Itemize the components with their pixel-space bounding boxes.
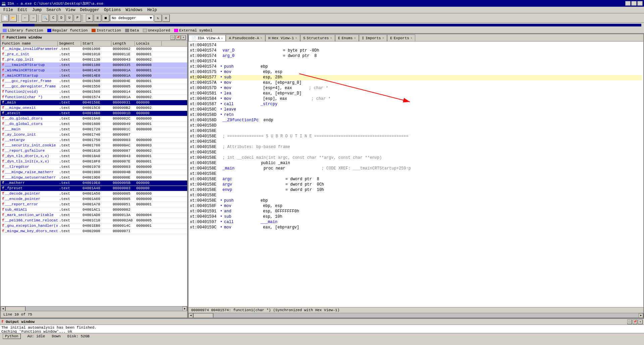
menu-help[interactable]: Help [145, 7, 159, 13]
run-button[interactable]: ▶ [86, 14, 93, 22]
data-button[interactable]: D [58, 14, 65, 22]
functions-window-pin[interactable]: 📌 [176, 35, 180, 40]
tab-pseudocode-close[interactable]: ✕ [260, 36, 262, 40]
scroll-left-btn[interactable]: ◄ [1, 306, 5, 311]
func-row-gnu-exception[interactable]: f_gnu_exception_handler(x) .text 04001EB… [1, 223, 187, 229]
menu-windows[interactable]: Windows [124, 7, 145, 13]
code-scroll-track[interactable] [193, 313, 639, 318]
menu-search[interactable]: Search [44, 7, 63, 13]
maximize-button[interactable]: □ [631, 1, 637, 6]
find-button[interactable]: 🔍 [42, 14, 49, 22]
menu-edit[interactable]: Edit [16, 7, 30, 13]
func-row-do-global-dtors[interactable]: f__do_global_dtors .text 040016A0 000000… [1, 116, 187, 122]
close-button[interactable]: ✕ [637, 1, 643, 6]
menu-jump[interactable]: Jump [30, 7, 44, 13]
func-row-setusernatherr[interactable]: f___mingw_setusernatherr .text 040019D0 … [1, 175, 187, 181]
new-button[interactable]: 📄 [1, 14, 9, 22]
func-row-winmain-crt[interactable]: f_WinMainCRTStartup .text 040014C0 00000… [1, 68, 187, 73]
code-scroll-right[interactable]: ► [639, 313, 643, 318]
code-scroll-left[interactable]: ◄ [189, 313, 193, 318]
nav-progress[interactable] [3, 24, 641, 26]
code-h-scrollbar[interactable]: ◄ ► [189, 313, 643, 318]
settings-button[interactable]: ⚙ [162, 14, 170, 22]
scroll-right-btn[interactable]: ► [182, 306, 187, 311]
func-row-do-global-ctors[interactable]: f__do_global_ctors .text 04001600 000000… [1, 122, 187, 127]
undefined-button[interactable]: U [66, 14, 73, 22]
python-tab[interactable]: Python [3, 334, 21, 339]
code-line-endp: xt:0040158D __Z9function1Pc endp [190, 118, 642, 123]
code-line-1: xt:00401574 [190, 43, 642, 48]
func-row-atexit[interactable]: f_atexit .text 040016B0 0000001D 000000 [1, 111, 187, 116]
code-scroll-thumb[interactable] [193, 313, 213, 318]
output-window-pin[interactable]: 📌 [633, 320, 637, 324]
code-button[interactable]: C [50, 14, 57, 22]
func-row-gcc-deregister[interactable]: f___gcc_deregister_frame .text 04001550 … [1, 84, 187, 89]
tab-structures[interactable]: S Structures ✕ [300, 34, 335, 41]
refresh-button[interactable]: ↻ [154, 14, 162, 22]
tab-exports[interactable]: E Exports ✕ [387, 34, 415, 41]
functions-window-maximize[interactable]: □ [170, 35, 175, 40]
func-row-tlregdtor[interactable]: f__tlregdtor .text 04001970 00000003 000… [1, 164, 187, 170]
func-row-mark-section[interactable]: f_mark_section_writable .text 04001AD0 0… [1, 213, 187, 218]
output-window-maximize[interactable]: □ [627, 320, 632, 324]
func-row-security-cookie[interactable]: f___security_init_cookie .text 04001760 … [1, 143, 187, 148]
func-row-pre-c-init[interactable]: f_pre_c_init .text 04001010 0000011E 000… [1, 52, 187, 57]
func-row-function1[interactable]: ffunction1(char *) .text 04001574 000000… [1, 95, 187, 100]
func-row-matherr[interactable]: f__matherr .text 040019E0 0000005B 00000… [1, 181, 187, 186]
func-row-pei386[interactable]: f__pei386_runtime_relocator .text 04001C… [1, 218, 187, 223]
open-button[interactable]: 📂 [9, 14, 17, 22]
func-row-raise-matherr[interactable]: f___mingw_raise_matherr .text 04001980 0… [1, 170, 187, 175]
tab-enums[interactable]: E Enums ✕ [335, 34, 359, 41]
func-row-pre-cpp-init[interactable]: f_pre_cpp_init .text 04001130 00000043 0… [1, 57, 187, 63]
func-row-function2[interactable]: ffunction2(void) .text 04001560 00000014… [1, 89, 187, 95]
func-row-mingw-mw[interactable]: f_mingw_mw_key_dtors_next_0 .text 040020… [1, 229, 187, 234]
func-row-dyn-tls-dtor[interactable]: f_dyn_tls_dtor(x,x,x) .text 040018A0 000… [1, 154, 187, 159]
functions-window-close[interactable]: ✕ [181, 35, 186, 40]
func-row-main[interactable]: f_main .text 0040158E 00000031 000000 [1, 100, 187, 106]
menu-options[interactable]: Options [102, 7, 123, 13]
menu-file[interactable]: File [1, 7, 15, 13]
forward-button[interactable]: → [30, 14, 37, 22]
tab-pseudocode-icon: A [229, 36, 231, 40]
menu-view[interactable]: View [64, 7, 77, 13]
tab-pseudocode[interactable]: A Pseudocode-A ✕ [226, 34, 265, 41]
func-row-mingw-invalid[interactable]: f__mingw_invalidParameterHandler .text 0… [1, 47, 187, 52]
func-row-gcc-register[interactable]: f___gcc_register_frame .text 04001500 00… [1, 79, 187, 84]
func-row-report-gsfailure[interactable]: f__report_gsfailure .text 04001810 00000… [1, 148, 187, 154]
tab-ida-view[interactable]: 📄 IDA View-A ✕ [189, 35, 226, 42]
func-row-ay-lconv[interactable]: f_ay_lconv_init .text 04001740 00000007 [1, 132, 187, 138]
tab-ida-view-close[interactable]: ✕ [221, 37, 223, 40]
minimize-button[interactable]: ─ [625, 1, 631, 6]
output-window-close[interactable]: ✕ [638, 320, 643, 324]
func-row-fpreset[interactable]: f_fpreset .text 04001A40 00000003 000000 [1, 186, 187, 191]
func-row-decode-pointer[interactable]: f__decode_pointer .text 04001A50 0000000… [1, 191, 187, 197]
toolbar: 📄 📂 ← → 🔍 C D U P ▶ ⏸ ⏹ No debugger ▼ ↻ … [0, 13, 644, 23]
func-row-encode-pointer[interactable]: f__encode_pointer .text 04001A60 0000000… [1, 197, 187, 202]
functions-icon: f [2, 36, 4, 40]
func-row-main-crt[interactable]: f_mainCRTStartup .text 040014E0 0000001A… [1, 73, 187, 79]
back-button[interactable]: ← [21, 14, 29, 22]
tab-hex-close[interactable]: ✕ [295, 36, 297, 40]
func-row-main2[interactable]: f___main .text 04001720 0000001C 0000000 [1, 127, 187, 132]
tab-enums-close[interactable]: ✕ [354, 36, 356, 40]
debugger-dropdown[interactable]: No debugger ▼ [110, 15, 154, 21]
tab-structures-close[interactable]: ✕ [330, 36, 332, 40]
scroll-thumb[interactable] [5, 306, 25, 311]
func-row-tmain-crt[interactable]: f___tmainCRTStartup .text 04001180 00000… [1, 63, 187, 68]
tab-imports-close[interactable]: ✕ [382, 36, 384, 40]
scroll-track[interactable] [5, 306, 182, 311]
tab-exports-close[interactable]: ✕ [411, 36, 412, 40]
func-button[interactable]: P [74, 14, 81, 22]
functions-h-scrollbar[interactable]: ◄ ► [1, 306, 187, 311]
tab-hex-view[interactable]: H Hex View-1 ✕ [265, 34, 300, 41]
func-row-setargv[interactable]: f__setargv .text 04001750 00000003 00000… [1, 138, 187, 143]
tab-imports[interactable]: I Imports ✕ [359, 34, 387, 41]
func-row-dyn-tls-init[interactable]: f_dyn_tls_init(x,x,x) .text 040018F0 000… [1, 159, 187, 164]
func-row-mingw-onexit[interactable]: f__mingw_onexit .text 040015C0 000000B2 … [1, 106, 187, 111]
code-view[interactable]: xt:00401574 xt:00401574 var_D = byte ptr… [189, 42, 643, 318]
func-row-report-error[interactable]: f___report_error .text 04001A70 00000051… [1, 202, 187, 207]
func-row-sub-401ac1[interactable]: fsub_401AC1 .text 04001AC1 00000002 [1, 207, 187, 213]
menu-debugger[interactable]: Debugger [78, 7, 101, 13]
pause-button[interactable]: ⏸ [94, 14, 101, 22]
stop-button[interactable]: ⏹ [102, 14, 109, 22]
